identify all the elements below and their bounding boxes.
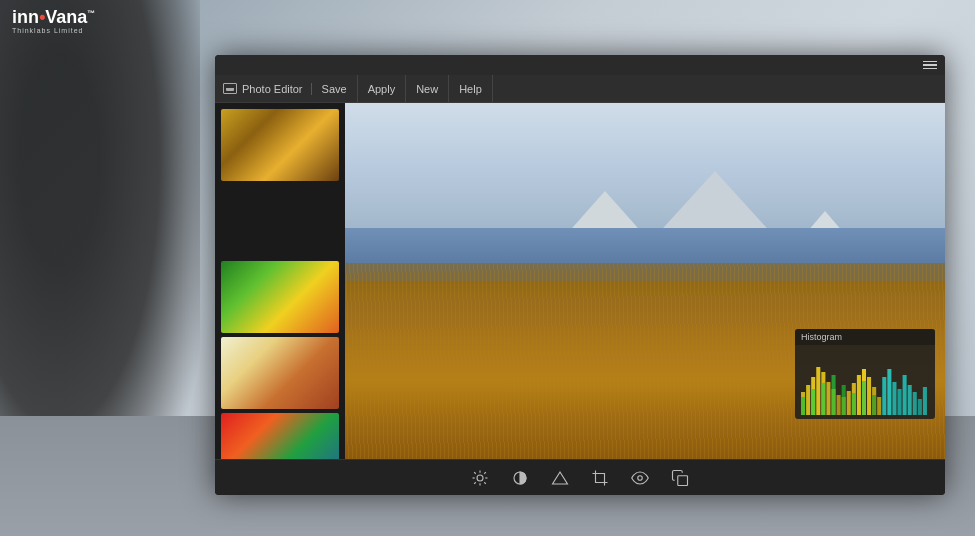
- logo-vana: Vana: [45, 7, 87, 27]
- thumbnail-panel: [215, 103, 345, 459]
- thumbnail-4[interactable]: [221, 337, 339, 409]
- svg-rect-26: [892, 382, 896, 415]
- hamburger-line-1: [923, 61, 937, 63]
- svg-rect-25: [887, 369, 891, 415]
- menu-bar: Photo Editor Save Apply New Help: [215, 75, 945, 103]
- thumbnail-2[interactable]: [221, 185, 339, 257]
- exposure-icon: [551, 469, 569, 487]
- hamburger-line-3: [923, 68, 937, 70]
- contrast-button[interactable]: [509, 467, 531, 489]
- svg-rect-11: [857, 375, 861, 415]
- svg-rect-7: [837, 395, 841, 415]
- svg-rect-24: [882, 377, 886, 415]
- thumbnail-1[interactable]: [221, 109, 339, 181]
- svg-rect-29: [908, 385, 912, 415]
- menu-item-save[interactable]: Save: [312, 75, 358, 102]
- hamburger-menu-button[interactable]: [923, 61, 937, 70]
- brightness-icon: [471, 469, 489, 487]
- svg-rect-22: [862, 381, 866, 415]
- svg-rect-9: [847, 391, 851, 415]
- main-content: Histogram: [215, 103, 945, 459]
- svg-marker-43: [553, 472, 568, 484]
- menu-item-apply[interactable]: Apply: [358, 75, 407, 102]
- svg-rect-23: [872, 395, 876, 415]
- eye-icon: [631, 469, 649, 487]
- svg-line-40: [484, 472, 486, 474]
- svg-rect-15: [877, 397, 881, 415]
- photo-editor-icon: [223, 83, 237, 94]
- logo: inn•Vana™ Thinklabs Limited: [12, 8, 95, 34]
- exposure-button[interactable]: [549, 467, 571, 489]
- svg-point-33: [477, 475, 483, 481]
- copy-icon: [671, 469, 689, 487]
- hamburger-line-2: [923, 64, 937, 66]
- histogram-chart: [795, 345, 935, 417]
- svg-rect-3: [816, 367, 820, 415]
- menu-item-photo-editor[interactable]: Photo Editor: [223, 83, 312, 95]
- svg-rect-28: [903, 375, 907, 415]
- thumbnail-3[interactable]: [221, 261, 339, 333]
- svg-rect-17: [811, 389, 815, 415]
- toolbar: [215, 459, 945, 495]
- svg-rect-18: [821, 383, 825, 415]
- svg-line-38: [474, 472, 476, 474]
- svg-rect-20: [842, 385, 846, 415]
- brightness-button[interactable]: [469, 467, 491, 489]
- menu-photo-editor-label: Photo Editor: [242, 83, 303, 95]
- histogram-panel: Histogram: [795, 329, 935, 419]
- svg-rect-19: [831, 375, 835, 415]
- logo-inn: inn: [12, 7, 39, 27]
- crop-button[interactable]: [589, 467, 611, 489]
- svg-rect-5: [826, 382, 830, 415]
- duplicate-button[interactable]: [669, 467, 691, 489]
- svg-rect-45: [678, 475, 688, 485]
- contrast-icon: [511, 469, 529, 487]
- svg-rect-27: [897, 389, 901, 415]
- svg-line-39: [484, 482, 486, 484]
- svg-rect-31: [918, 399, 922, 415]
- logo-tm: ™: [87, 9, 95, 18]
- logo-text: inn•Vana™: [12, 8, 95, 26]
- main-image-area: Histogram: [345, 103, 945, 459]
- histogram-title: Histogram: [795, 329, 935, 345]
- svg-rect-13: [867, 377, 871, 415]
- logo-subtitle: Thinklabs Limited: [12, 27, 83, 34]
- thumbnail-5[interactable]: [221, 413, 339, 459]
- menu-item-help[interactable]: Help: [449, 75, 493, 102]
- svg-rect-32: [923, 387, 927, 415]
- monitor-screen: Photo Editor Save Apply New Help: [215, 55, 945, 495]
- svg-rect-30: [913, 392, 917, 415]
- crop-icon: [591, 469, 609, 487]
- svg-rect-21: [852, 393, 856, 415]
- svg-rect-16: [801, 397, 805, 415]
- svg-rect-1: [806, 385, 810, 415]
- preview-button[interactable]: [629, 467, 651, 489]
- svg-point-44: [638, 475, 643, 480]
- menu-item-new[interactable]: New: [406, 75, 449, 102]
- top-bar: [215, 55, 945, 75]
- histogram-svg: [799, 347, 931, 415]
- svg-line-41: [474, 482, 476, 484]
